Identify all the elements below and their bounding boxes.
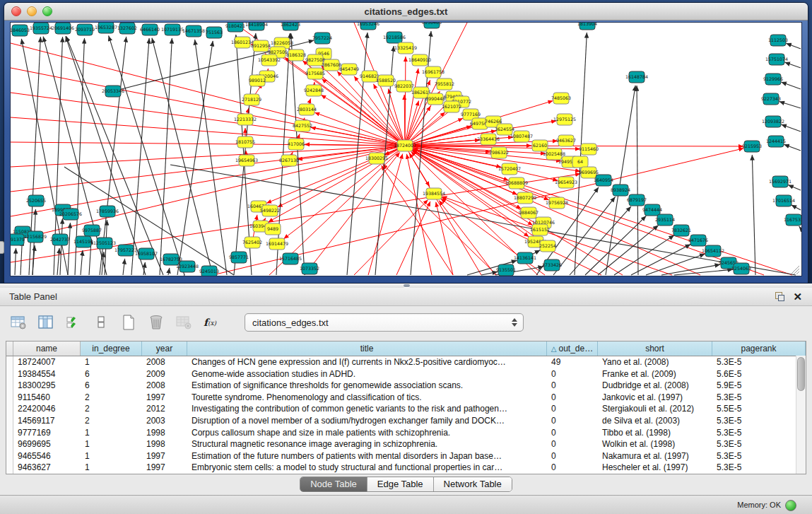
graph-edge[interactable] bbox=[784, 144, 801, 151]
graph-node[interactable]: 9884067 bbox=[519, 207, 539, 218]
graph-node[interactable]: 62160 bbox=[532, 140, 548, 151]
table-row[interactable]: 946362711997Embryonic stem cells: a mode… bbox=[6, 462, 806, 474]
splitter-handle-icon[interactable] bbox=[404, 284, 410, 287]
column-header-in_degree[interactable]: in_degree bbox=[81, 341, 142, 356]
table-row[interactable]: 969969511998Structural magnetic resonanc… bbox=[6, 438, 806, 450]
graph-edge[interactable] bbox=[637, 86, 638, 275]
graph-node[interactable]: 2093719 bbox=[75, 24, 95, 35]
graph-edge[interactable] bbox=[405, 146, 743, 146]
graph-node[interactable]: 20206576 bbox=[59, 209, 82, 220]
vertical-scrollbar[interactable] bbox=[796, 356, 806, 474]
graph-node[interactable]: 10719135 bbox=[161, 24, 184, 35]
graph-node[interactable]: 10807487 bbox=[510, 131, 533, 142]
column-header-out_de[interactable]: △out_de… bbox=[547, 341, 598, 356]
graph-node[interactable]: 8267130 bbox=[279, 155, 299, 166]
graph-node[interactable]: 15720407 bbox=[498, 163, 521, 175]
graph-node[interactable]: 14136141 bbox=[514, 252, 536, 264]
graph-edge[interactable] bbox=[786, 43, 801, 49]
graph-node[interactable]: 9489 bbox=[265, 223, 281, 235]
graph-node[interactable]: 2935114 bbox=[655, 214, 675, 226]
graph-node[interactable]: 12093822 bbox=[762, 116, 784, 127]
zoom-window-button[interactable] bbox=[42, 6, 52, 16]
graph-node[interactable]: 2718129 bbox=[242, 94, 261, 105]
graph-node[interactable]: 13325419 bbox=[394, 42, 417, 54]
graph-node[interactable]: 1588520 bbox=[376, 75, 396, 86]
graph-node[interactable]: 19654923 bbox=[555, 177, 577, 188]
graph-edge[interactable] bbox=[781, 82, 801, 89]
graph-node[interactable]: 2867608 bbox=[322, 59, 341, 71]
graph-edge[interactable] bbox=[68, 223, 70, 275]
graph-node[interactable]: 9463627 bbox=[556, 135, 576, 146]
table-row[interactable]: 946554611997Estimation of the future num… bbox=[6, 450, 806, 462]
graph-node[interactable]: 8186328 bbox=[286, 49, 306, 61]
graph-node[interactable]: 20053346 bbox=[102, 86, 124, 97]
graph-node[interactable]: 64 bbox=[572, 156, 588, 168]
row-height-icon[interactable] bbox=[91, 313, 111, 332]
column-header-name[interactable]: name bbox=[13, 341, 81, 356]
graph-node[interactable]: 9245013 bbox=[199, 266, 219, 276]
select-mode-icon[interactable] bbox=[64, 313, 83, 332]
graph-node[interactable]: 1810755 bbox=[235, 136, 255, 148]
graph-edge[interactable] bbox=[788, 185, 801, 190]
graph-node[interactable]: 19756928 bbox=[546, 197, 568, 209]
graph-edge[interactable] bbox=[81, 250, 83, 275]
column-header-title[interactable]: title bbox=[187, 341, 547, 356]
graph-edge[interactable] bbox=[195, 40, 227, 275]
graph-node[interactable]: 7986322 bbox=[489, 147, 509, 158]
function-builder-icon[interactable]: f(x) bbox=[201, 313, 221, 332]
graph-node[interactable]: 991379 bbox=[11, 234, 25, 245]
graph-edge[interactable] bbox=[781, 124, 801, 132]
network-window-titlebar[interactable]: citations_edges.txt bbox=[4, 3, 808, 21]
graph-node[interactable]: 8454749 bbox=[339, 64, 359, 75]
column-header-short[interactable]: short bbox=[598, 341, 712, 356]
graph-node[interactable]: 1145194 bbox=[73, 236, 93, 247]
graph-node[interactable]: 18418904 bbox=[245, 23, 268, 30]
graph-node[interactable]: 10688809 bbox=[505, 177, 528, 189]
tab-edge-table[interactable]: Edge Table bbox=[367, 477, 434, 491]
graph-edge[interactable] bbox=[11, 117, 405, 146]
graph-node[interactable]: 1615152 bbox=[530, 224, 550, 235]
graph-node[interactable]: 7955812 bbox=[435, 78, 454, 90]
graph-node[interactable]: 14671358 bbox=[182, 25, 205, 37]
graph-node[interactable]: 19218586 bbox=[383, 32, 406, 43]
graph-edge[interactable] bbox=[314, 112, 405, 146]
graph-edge[interactable] bbox=[674, 269, 733, 275]
graph-edge[interactable] bbox=[409, 153, 481, 275]
graph-node[interactable]: 18807299 bbox=[514, 192, 536, 204]
table-row[interactable]: 1938455462009Genome-wide association stu… bbox=[6, 368, 806, 380]
graph-node[interactable]: 16958107 bbox=[135, 248, 158, 259]
graph-node[interactable]: 8990448 bbox=[425, 93, 445, 105]
graph-node[interactable]: 12923448 bbox=[176, 261, 199, 272]
graph-edge[interactable] bbox=[123, 259, 125, 275]
table-selector-dropdown[interactable]: citations_edges.txt bbox=[245, 313, 524, 332]
graph-edge[interactable] bbox=[405, 146, 792, 275]
table-settings-icon[interactable] bbox=[8, 313, 28, 332]
graph-node[interactable]: 7625402 bbox=[242, 237, 262, 248]
graph-node[interactable]: 9975887 bbox=[82, 225, 102, 236]
table-row[interactable]: 911546021997Tourette syndrome. Phenomeno… bbox=[6, 392, 806, 404]
graph-node[interactable]: 12975125 bbox=[553, 114, 576, 125]
graph-node[interactable]: 15692971 bbox=[769, 176, 792, 187]
graph-node[interactable]: 1640954 bbox=[594, 175, 613, 186]
delete-icon[interactable] bbox=[146, 313, 166, 332]
graph-node[interactable]: 1813904 bbox=[577, 23, 597, 30]
graph-node[interactable]: 19384554 bbox=[423, 188, 445, 199]
graph-node[interactable]: 18724007 bbox=[394, 140, 416, 151]
graph-node[interactable]: 751563 bbox=[206, 27, 223, 38]
graph-node[interactable]: 20691406 bbox=[52, 23, 74, 34]
graph-node[interactable]: 8130463 bbox=[422, 23, 442, 28]
graph-node[interactable]: 252254 bbox=[539, 240, 556, 252]
tab-node-table[interactable]: Node Table bbox=[300, 477, 367, 491]
show-columns-icon[interactable] bbox=[36, 313, 56, 332]
control-panel-splitter-notch[interactable] bbox=[0, 241, 4, 254]
graph-node[interactable]: 9175685 bbox=[305, 68, 325, 79]
graph-node[interactable]: 12213332 bbox=[234, 114, 257, 125]
graph-node[interactable]: 18640910 bbox=[408, 54, 431, 66]
graph-edge[interactable] bbox=[752, 155, 755, 275]
graph-node[interactable]: 9135501 bbox=[496, 264, 516, 276]
graph-node[interactable]: 989012 bbox=[249, 75, 266, 86]
delete-table-icon[interactable] bbox=[174, 313, 194, 332]
graph-node[interactable]: 417006 bbox=[288, 139, 305, 150]
graph-node[interactable]: 17016514 bbox=[772, 195, 795, 206]
graph-node[interactable]: 1073352 bbox=[300, 263, 319, 274]
